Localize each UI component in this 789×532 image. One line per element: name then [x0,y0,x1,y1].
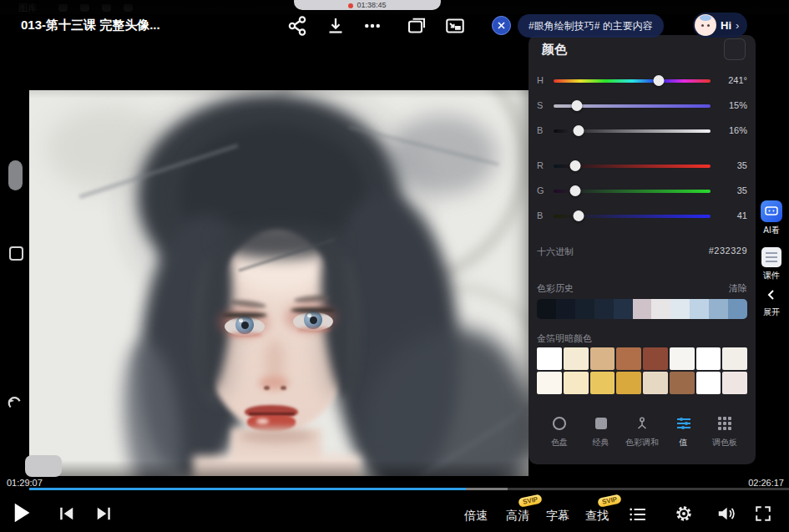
color-swatch[interactable] [594,299,614,319]
slider-value: 15% [712,100,747,110]
speed-button[interactable]: 倍速 [464,509,488,524]
harmony-icon [635,416,650,431]
ai-watch-button[interactable]: AI看 [754,200,789,236]
color-swatch[interactable] [670,372,695,394]
hex-row: 十六进制 #232329 [537,246,747,257]
slider-knob[interactable] [574,125,584,136]
paint-shape [249,413,295,415]
next-button[interactable] [95,506,112,521]
bottom-gradient-overlay [0,460,789,532]
color-swatch[interactable] [633,299,652,319]
slider-knob[interactable] [570,185,581,196]
color-swatch[interactable] [616,347,641,370]
quality-button[interactable]: 高清 [506,509,529,524]
color-swatch[interactable] [709,299,728,319]
tab-disc[interactable]: 色盘 [542,413,577,461]
color-swatch[interactable] [616,372,641,394]
play-button[interactable] [12,502,32,524]
green-slider[interactable] [554,190,711,193]
share-icon[interactable] [287,16,307,36]
blue-slider[interactable] [554,215,711,218]
color-swatch[interactable] [564,347,589,370]
color-swatch[interactable] [614,299,633,319]
notification-close-button[interactable] [492,16,511,35]
color-swatch[interactable] [670,299,690,319]
color-swatch[interactable] [537,372,562,394]
paint-shape [310,317,317,324]
color-history-label: 色彩历史 [537,282,574,295]
hex-label: 十六进制 [537,246,574,258]
gallery-button[interactable]: 图库 [18,2,37,14]
undo-button[interactable] [7,395,23,412]
slider-knob[interactable] [574,210,584,221]
modify-button[interactable] [9,246,23,261]
more-icon[interactable] [362,16,382,36]
color-swatch[interactable] [643,372,668,394]
tab-classic[interactable]: 经典 [584,413,619,461]
color-swatch[interactable] [537,299,556,319]
slider-label: G [537,185,544,195]
color-swatch[interactable] [696,347,721,370]
expand-button[interactable]: 展开 [754,289,789,318]
color-swatch[interactable] [590,347,615,370]
color-swatch[interactable] [728,299,747,319]
paint-shape [229,332,262,337]
tab-value[interactable]: 值 [666,413,701,461]
courseware-button[interactable]: 课件 [754,247,789,281]
slider-knob[interactable] [572,100,583,111]
clear-history-button[interactable]: 清除 [729,282,747,295]
brush-size-slider[interactable] [8,160,23,190]
playlist-icon[interactable] [630,507,646,522]
slider-value: 241° [712,75,747,85]
hue-slider[interactable] [554,79,711,83]
notification-pill[interactable]: #眼角绘制技巧# 的主要内容 [518,14,664,38]
video-player: 图库 01:38:45 [0,0,789,532]
saturation-slider[interactable] [554,104,711,108]
color-swatch[interactable] [643,347,668,370]
brightness-slider[interactable] [554,129,711,133]
slider-label: B [537,210,543,220]
settings-gear-icon[interactable] [675,504,693,523]
avatar [695,14,716,36]
color-swatch[interactable] [696,372,721,394]
tab-harmony[interactable]: 色彩调和 [625,413,660,461]
screenshot-icon[interactable] [407,16,427,36]
painting-canvas[interactable] [29,90,529,476]
red-slider[interactable] [554,165,711,168]
adjustments-icon[interactable] [58,4,68,12]
slider-label: S [537,100,543,110]
color-swatch[interactable] [722,347,747,370]
pip-icon[interactable] [445,16,465,36]
paint-shape [238,429,315,443]
smudge-icon[interactable] [102,4,111,12]
brush-icon[interactable] [80,4,89,12]
value-icon [676,416,691,431]
assistant-pill[interactable]: Hi › [693,13,747,38]
corner-widget[interactable] [25,455,62,477]
color-swatch[interactable] [590,372,615,394]
color-swatch[interactable] [651,299,670,319]
current-color-swatch[interactable] [724,38,746,60]
hi-label: Hi [721,19,731,32]
color-swatch[interactable] [537,347,562,370]
subtitles-button[interactable]: 字幕 [546,509,569,524]
color-swatch[interactable] [556,299,575,319]
slider-knob[interactable] [653,75,664,86]
previous-button[interactable] [58,506,75,521]
chevron-left-icon [766,289,777,304]
fullscreen-icon[interactable] [755,505,771,522]
download-icon[interactable] [326,16,346,36]
tab-palettes[interactable]: 调色板 [707,413,742,461]
slider-knob[interactable] [570,160,581,171]
volume-icon[interactable] [716,504,735,523]
color-swatch[interactable] [564,372,589,394]
find-button[interactable]: 查找 [585,509,609,524]
color-swatch[interactable] [670,347,695,370]
progress-bar[interactable] [29,488,789,490]
paint-shape [291,307,336,313]
color-swatch[interactable] [722,372,747,394]
paint-shape [388,115,497,195]
eraser-icon[interactable] [124,4,133,12]
color-swatch[interactable] [575,299,594,319]
color-swatch[interactable] [690,299,709,319]
